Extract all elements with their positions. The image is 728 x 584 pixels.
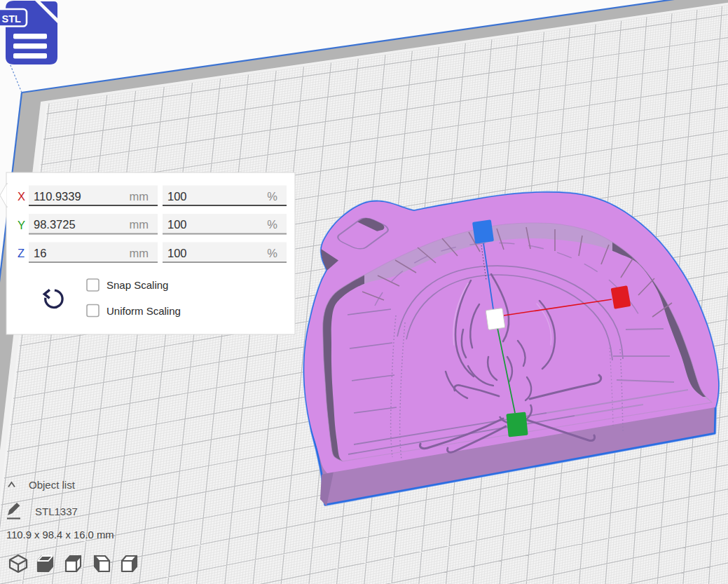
svg-text:%: % bbox=[267, 190, 277, 203]
svg-text:100: 100 bbox=[167, 190, 187, 203]
svg-text:STL: STL bbox=[2, 13, 22, 25]
svg-text:100: 100 bbox=[167, 247, 187, 259]
svg-text:Uniform Scaling: Uniform Scaling bbox=[107, 305, 181, 317]
svg-text:mm: mm bbox=[130, 190, 149, 203]
svg-text:16: 16 bbox=[34, 247, 46, 259]
svg-text:mm: mm bbox=[130, 218, 149, 231]
svg-text:Snap Scaling: Snap Scaling bbox=[107, 279, 168, 291]
svg-text:STL1337: STL1337 bbox=[35, 505, 78, 517]
svg-text:110.9339: 110.9339 bbox=[34, 190, 81, 203]
svg-text:Y: Y bbox=[18, 219, 25, 231]
svg-text:Object list: Object list bbox=[29, 479, 76, 491]
svg-text:%: % bbox=[267, 218, 277, 231]
svg-text:mm: mm bbox=[130, 247, 149, 259]
svg-text:X: X bbox=[18, 190, 25, 203]
svg-text:%: % bbox=[267, 247, 277, 259]
svg-text:110.9 x 98.4 x 16.0 mm: 110.9 x 98.4 x 16.0 mm bbox=[6, 529, 114, 541]
svg-text:98.3725: 98.3725 bbox=[34, 218, 76, 231]
svg-text:Z: Z bbox=[18, 247, 25, 259]
svg-text:100: 100 bbox=[167, 218, 187, 231]
